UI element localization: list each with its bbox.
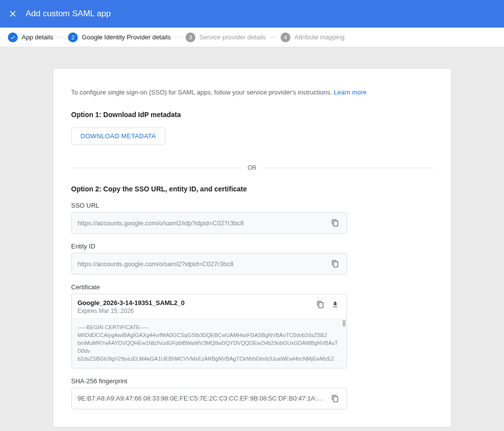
close-icon[interactable] [8,9,24,19]
certificate-line: MIIDdDCCAlygAwIBAgIGAXg44vrfMA0GCSqGSIb3… [78,332,341,339]
entity-id-label: Entity ID [71,243,433,250]
learn-more-link[interactable]: Learn more [334,89,366,96]
page-title: Add custom SAML app [26,9,111,19]
divider-line [71,168,241,168]
certificate-line: -----BEGIN CERTIFICATE----- [78,324,341,332]
divider-line [263,168,433,168]
sha256-value: 9E:B7:A8:A9:A9:47:66:08:33:98:0E:FE:C5:7… [78,395,326,402]
certificate-body[interactable]: -----BEGIN CERTIFICATE----- MIIDdDCCAlyg… [72,318,346,368]
copy-icon[interactable] [330,217,341,228]
step-service-provider-details[interactable]: 3 Service provider details [186,32,266,42]
step-label: Attribute mapping [294,33,345,41]
step-label: App details [22,33,53,41]
step-number: 2 [68,32,78,42]
intro-text-content: To configure single sign-on (SSO) for SA… [71,89,334,96]
copy-icon[interactable] [315,299,326,310]
step-label: Google Identity Provider details [82,33,171,41]
check-icon [8,32,18,42]
entity-id-value: https://accounts.google.com/o/saml2?idpi… [78,260,326,268]
stepper: App details 2 Google Identity Provider d… [0,28,504,47]
step-connector [270,37,277,37]
step-label: Service provider details [199,33,266,41]
certificate-line: b2dsZSBGb3IgV29yazELMAkGA1UEBhMCVVMxEzAR… [78,355,341,363]
option2-heading: Option 2: Copy the SSO URL, entity ID, a… [71,185,433,193]
download-icon[interactable] [330,299,341,310]
certificate-label: Certificate [71,283,433,291]
step-number: 4 [281,32,290,42]
copy-icon[interactable] [330,258,341,269]
step-number: 3 [186,32,195,42]
sha256-label: SHA-256 fingerprint [71,377,433,385]
certificate-box: Google_2026-3-14-19351_SAML2_0 Expires M… [71,294,347,369]
main-card: To configure single sign-on (SSO) for SA… [54,69,451,427]
step-app-details[interactable]: App details [8,32,53,42]
step-attribute-mapping[interactable]: 4 Attribute mapping [281,32,345,42]
certificate-line: bmMuMRYwFAYDVQQHEw1Nb3VudGFpbiBWaWV3MQ8w… [78,339,341,355]
entity-id-field: https://accounts.google.com/o/saml2?idpi… [71,253,347,275]
or-label: OR [248,164,256,171]
option1-heading: Option 1: Download IdP metadata [71,111,433,119]
sso-url-field: https://accounts.google.com/o/saml2/idp?… [71,212,347,234]
sso-url-label: SSO URL [71,202,433,209]
download-metadata-button[interactable]: DOWNLOAD METADATA [71,127,165,145]
certificate-expires: Expires Mar 15, 2026 [78,308,185,314]
sha256-field: 9E:B7:A8:A9:A9:47:66:08:33:98:0E:FE:C5:7… [71,388,347,409]
intro-text: To configure single sign-on (SSO) for SA… [71,89,433,96]
step-connector [57,37,64,37]
copy-icon[interactable] [330,393,341,404]
certificate-name: Google_2026-3-14-19351_SAML2_0 [78,299,185,307]
step-connector [175,37,182,37]
footer-actions: BACK CANCEL CONTINUE [54,427,451,431]
page-body: To configure single sign-on (SSO) for SA… [0,47,504,431]
scrollbar-thumb[interactable] [343,320,346,327]
sso-url-value: https://accounts.google.com/o/saml2/idp?… [78,219,326,227]
step-google-idp-details[interactable]: 2 Google Identity Provider details [68,32,171,42]
header-bar: Add custom SAML app [0,0,504,28]
or-divider: OR [71,164,433,171]
